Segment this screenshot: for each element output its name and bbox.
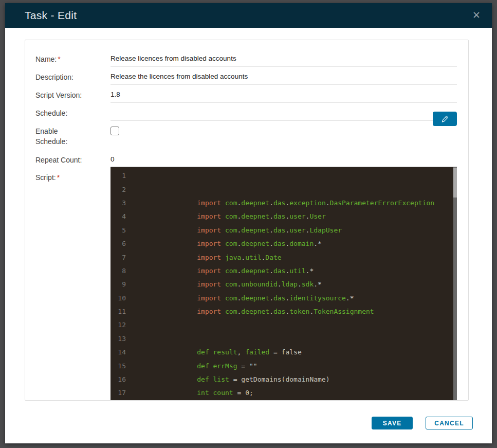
code-text: import com.deepnet.das.user.User [126,212,326,221]
line-number: 2 [111,185,126,194]
code-text: def errMsg = "" [126,362,257,371]
code-line: 10 import com.deepnet.das.identitysource… [111,292,457,305]
cancel-button[interactable]: CANCEL [426,417,473,429]
required-asterisk: * [57,173,60,182]
code-line: 15 def errMsg = "" [111,359,457,372]
code-line: 11 import com.deepnet.das.token.TokenAss… [111,305,457,318]
task-edit-modal: Task - Edit ✕ Name:* Release licences fr… [5,3,492,443]
line-number: 10 [111,294,126,303]
code-line: 12 [111,318,457,332]
form-row-repeat-count: Repeat Count: 0 [35,149,457,167]
modal-footer: SAVE CANCEL [25,417,473,429]
name-label: Name:* [35,48,111,66]
description-input[interactable]: Release the licences from disabled accou… [111,66,457,84]
required-asterisk: * [58,55,60,63]
form-row-script-version: Script Version: 1.8 [35,84,457,102]
line-number: 13 [111,334,126,344]
repeat-count-input[interactable]: 0 [111,149,457,167]
modal-header: Task - Edit ✕ [5,3,492,28]
code-line: 2 [111,183,457,196]
page-background: Task - Edit ✕ Name:* Release licences fr… [0,0,497,448]
line-number: 14 [111,348,126,357]
code-text: def list = getDomains(domainName) [126,375,330,384]
code-line: 4 import com.deepnet.das.user.User [111,210,457,223]
repeat-count-label-text: Repeat Count: [35,156,82,164]
code-text: import com.deepnet.das.exception.DasPara… [126,199,434,208]
code-lines: 123 import com.deepnet.das.exception.Das… [111,169,457,400]
code-line: 14 def result, failed = false [111,346,457,359]
code-editor[interactable]: 123 import com.deepnet.das.exception.Das… [111,167,457,400]
schedule-input[interactable] [111,102,457,120]
form-row-name: Name:* Release licences from disabled ac… [35,48,457,66]
code-text: import com.deepnet.das.domain.* [126,239,322,248]
code-line: 16 def list = getDomains(domainName) [111,373,457,386]
description-value: Release the licences from disabled accou… [111,73,248,80]
line-number: 11 [111,307,126,316]
enable-schedule-checkbox[interactable] [111,127,119,135]
code-text: def result, failed = false [126,348,302,357]
script-version-input[interactable]: 1.8 [111,84,457,102]
schedule-label: Schedule: [35,102,111,120]
modal-body: Name:* Release licences from disabled ac… [5,28,492,443]
enable-schedule-control [111,120,457,149]
code-line: 7 import java.util.Date [111,250,457,264]
line-number: 1 [111,171,126,181]
code-text: int count = 0; [126,388,253,398]
code-line: 13 [111,332,457,346]
name-label-text: Name: [35,55,57,63]
form-row-schedule: Schedule: [35,102,457,120]
script-label: Script:* [35,167,111,400]
form-row-enable-schedule: Enable Schedule: [35,120,457,149]
script-version-value: 1.8 [111,91,120,98]
line-number: 15 [111,362,126,371]
enable-schedule-label: Enable Schedule: [35,120,111,149]
repeat-count-value: 0 [111,155,115,163]
close-icon[interactable]: ✕ [471,9,482,21]
line-number: 9 [111,280,126,289]
line-number: 8 [111,266,126,276]
name-value: Release licences from disabled accounts [111,55,236,62]
modal-title: Task - Edit [25,9,77,22]
code-line: 6 import com.deepnet.das.domain.* [111,237,457,250]
line-number: 16 [111,375,126,384]
schedule-label-text: Schedule: [35,109,67,117]
code-line: 8 import com.deepnet.das.util.* [111,264,457,278]
line-number: 4 [111,212,126,221]
code-text: import com.deepnet.das.util.* [126,266,314,276]
code-text: import com.deepnet.das.identitysource.* [126,294,354,303]
line-number: 7 [111,253,126,262]
repeat-count-label: Repeat Count: [35,149,111,167]
line-number: 17 [111,388,126,398]
enable-schedule-label-text: Enable Schedule: [35,126,77,147]
code-line: 1 [111,169,457,183]
code-text: import java.util.Date [126,253,282,262]
description-label: Description: [35,66,111,84]
editor-scrollbar[interactable] [453,167,457,400]
form-card: Name:* Release licences from disabled ac… [25,40,469,401]
line-number: 12 [111,320,126,330]
line-number: 6 [111,239,126,248]
code-text: import com.deepnet.das.token.TokenAssign… [126,307,374,316]
editor-scrollbar-thumb[interactable] [453,168,457,198]
line-number: 3 [111,199,126,208]
form-row-description: Description: Release the licences from d… [35,66,457,84]
script-version-label: Script Version: [35,84,111,102]
script-version-label-text: Script Version: [35,91,82,99]
save-button[interactable]: SAVE [372,417,413,429]
line-number: 5 [111,226,126,235]
description-label-text: Description: [35,73,73,81]
script-editor-wrap: 123 import com.deepnet.das.exception.Das… [111,167,457,400]
name-input[interactable]: Release licences from disabled accounts [111,48,457,66]
code-line: 3 import com.deepnet.das.exception.DasPa… [111,196,457,210]
code-text: import com.unboundid.ldap.sdk.* [126,280,322,289]
form-row-script: Script:* 123 import com.deepnet.das.exce… [35,167,457,400]
script-label-text: Script: [35,173,56,182]
code-line: 9 import com.unboundid.ldap.sdk.* [111,278,457,291]
code-text: import com.deepnet.das.user.LdapUser [126,226,342,235]
code-line: 5 import com.deepnet.das.user.LdapUser [111,224,457,237]
code-line: 17 int count = 0; [111,386,457,400]
